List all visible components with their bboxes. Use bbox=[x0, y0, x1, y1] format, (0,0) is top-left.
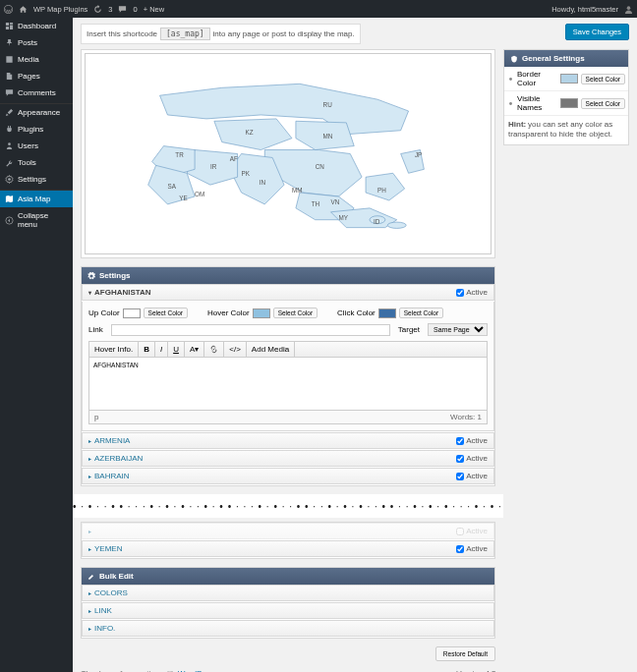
active-checkbox[interactable]: Active bbox=[456, 436, 488, 445]
up-color-swatch[interactable] bbox=[123, 308, 141, 318]
expand-icon: ▸ bbox=[88, 473, 91, 479]
click-color-button[interactable]: Select Color bbox=[399, 308, 443, 318]
settings-panel-bottom: ▸ Active ▸YEMEN Active bbox=[81, 522, 495, 559]
howdy-text[interactable]: Howdy, html5master bbox=[551, 5, 618, 14]
select-color-button[interactable]: Select Color bbox=[581, 74, 625, 84]
brush-icon bbox=[5, 108, 14, 117]
sidebar-item-collapse-menu[interactable]: Collapse menu bbox=[0, 207, 73, 233]
sidebar-item-pages[interactable]: Pages bbox=[0, 68, 73, 84]
collapse-icon: ▾ bbox=[88, 289, 91, 296]
expand-icon: ▸ bbox=[88, 437, 91, 444]
sidebar-item-asia-map[interactable]: Asia Map bbox=[0, 191, 73, 207]
updates-count[interactable]: 3 bbox=[108, 5, 112, 14]
refresh-icon[interactable] bbox=[93, 5, 102, 14]
bulk-info[interactable]: ▸INFO. bbox=[82, 620, 494, 637]
bulk-edit-header: Bulk Edit bbox=[82, 568, 494, 585]
tab-hover-info[interactable]: Hover Info. bbox=[89, 342, 139, 357]
active-checkbox[interactable]: Active bbox=[456, 288, 488, 297]
comments-count[interactable]: 0 bbox=[133, 5, 137, 14]
active-checkbox[interactable]: Active bbox=[456, 544, 488, 553]
color-swatch[interactable] bbox=[560, 98, 578, 108]
shortcode-suffix: into any page or post to display the map… bbox=[213, 29, 355, 38]
svg-point-2 bbox=[8, 142, 11, 145]
bulk-link[interactable]: ▸LINK bbox=[82, 602, 494, 619]
sidebar-item-media[interactable]: Media bbox=[0, 51, 73, 68]
new-button[interactable]: + New bbox=[144, 5, 164, 14]
editor-statusbar: p Words: 1 bbox=[88, 411, 488, 424]
svg-text:MN: MN bbox=[323, 133, 333, 140]
bulk-edit-panel: Bulk Edit ▸COLORS▸LINK▸INFO. bbox=[81, 567, 495, 639]
shortcode-notice: Insert this shortcode [as_map] into any … bbox=[81, 24, 361, 44]
sidebar-item-settings[interactable]: Settings bbox=[0, 171, 73, 188]
sidebar-item-appearance[interactable]: Appearance bbox=[0, 104, 73, 121]
svg-text:KZ: KZ bbox=[246, 129, 254, 136]
country-azerbaijan[interactable]: ▸AZERBAIJANActive bbox=[82, 450, 494, 467]
svg-text:IR: IR bbox=[210, 163, 217, 170]
bold-button[interactable]: B bbox=[139, 342, 155, 357]
svg-text:MM: MM bbox=[292, 187, 303, 194]
save-changes-button[interactable]: Save Changes bbox=[565, 24, 629, 40]
up-color-group: Up Color Select Color bbox=[88, 308, 188, 318]
svg-text:SA: SA bbox=[167, 183, 176, 190]
svg-text:TH: TH bbox=[312, 200, 320, 207]
textcolor-button[interactable]: A ▾ bbox=[185, 342, 204, 357]
svg-text:CN: CN bbox=[316, 163, 325, 170]
country-hidden[interactable]: ▸ Active bbox=[82, 523, 494, 539]
add-media-button[interactable]: Add Media bbox=[247, 342, 295, 357]
hover-color-button[interactable]: Select Color bbox=[273, 308, 318, 318]
svg-point-27 bbox=[509, 102, 512, 105]
svg-text:PH: PH bbox=[377, 187, 386, 194]
editor-toolbar: Hover Info. B I U A ▾ </> Add Media bbox=[88, 341, 488, 357]
code-button[interactable]: </> bbox=[224, 342, 247, 357]
avatar-icon[interactable] bbox=[624, 5, 633, 14]
editor-textarea[interactable]: AFGHANISTAN bbox=[88, 357, 488, 411]
svg-text:PK: PK bbox=[242, 170, 251, 177]
hover-color-group: Hover Color Select Color bbox=[207, 308, 318, 318]
color-swatch[interactable] bbox=[560, 74, 578, 84]
svg-text:VN: VN bbox=[330, 198, 339, 205]
restore-default-button[interactable]: Restore Default bbox=[435, 646, 495, 661]
comment-icon[interactable] bbox=[118, 5, 127, 14]
link-input[interactable] bbox=[111, 324, 390, 336]
sidebar-item-tools[interactable]: Tools bbox=[0, 154, 73, 171]
content-tear bbox=[73, 494, 503, 518]
svg-point-6 bbox=[387, 222, 406, 228]
bulk-colors[interactable]: ▸COLORS bbox=[82, 585, 494, 601]
wordpress-icon[interactable] bbox=[4, 5, 13, 14]
sidebar-item-comments[interactable]: Comments bbox=[0, 84, 73, 101]
expand-icon: ▸ bbox=[88, 607, 91, 614]
up-color-button[interactable]: Select Color bbox=[144, 308, 188, 318]
select-color-button[interactable]: Select Color bbox=[581, 98, 625, 109]
svg-text:ID: ID bbox=[374, 218, 380, 225]
home-icon[interactable] bbox=[19, 5, 28, 14]
hover-color-swatch[interactable] bbox=[253, 308, 270, 318]
site-name[interactable]: WP Map Plugins bbox=[33, 5, 87, 14]
editor-wordcount: Words: 1 bbox=[450, 413, 482, 421]
country-bahrain[interactable]: ▸BAHRAINActive bbox=[82, 468, 494, 484]
country-yemen[interactable]: ▸YEMEN Active bbox=[82, 540, 494, 557]
country-afghanistan-header[interactable]: ▾AFGHANISTAN Active bbox=[82, 284, 494, 301]
sidebar-item-users[interactable]: Users bbox=[0, 138, 73, 154]
plug-icon bbox=[5, 125, 14, 134]
target-select[interactable]: Same Page bbox=[428, 323, 488, 336]
click-color-swatch[interactable] bbox=[378, 308, 396, 318]
link-label: Link bbox=[88, 325, 103, 334]
active-checkbox[interactable]: Active bbox=[456, 454, 488, 463]
collapse-icon bbox=[5, 216, 14, 225]
gear-icon bbox=[87, 272, 95, 280]
svg-text:JP: JP bbox=[415, 151, 422, 158]
shortcode-code[interactable]: [as_map] bbox=[160, 28, 210, 40]
sidebar-item-dashboard[interactable]: Dashboard bbox=[0, 18, 73, 34]
italic-button[interactable]: I bbox=[155, 342, 168, 357]
active-checkbox[interactable]: Active bbox=[456, 472, 488, 480]
setting-row: Border ColorSelect Color bbox=[504, 67, 628, 91]
country-afghanistan-body: Up Color Select Color Hover Color Select… bbox=[82, 302, 494, 431]
sidebar-item-plugins[interactable]: Plugins bbox=[0, 121, 73, 138]
asia-map[interactable]: RUKZMN CNJPIN TRIRSA AFPKMM THVNPH IDMYY… bbox=[85, 53, 492, 254]
underline-button[interactable]: U bbox=[168, 342, 185, 357]
target-label: Target bbox=[398, 325, 420, 334]
link-button[interactable] bbox=[204, 342, 224, 357]
country-armenia[interactable]: ▸ARMENIAActive bbox=[82, 432, 494, 449]
sidebar-item-posts[interactable]: Posts bbox=[0, 34, 73, 51]
expand-icon: ▸ bbox=[88, 455, 91, 462]
